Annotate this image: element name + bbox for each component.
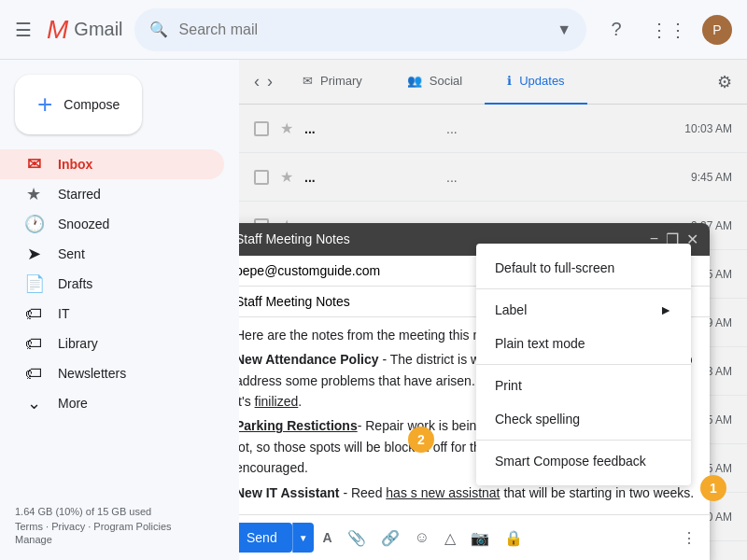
badge-2: 2 [408,427,434,453]
lock-icon[interactable]: 🔒 [499,525,529,551]
sidebar-item-sent[interactable]: ➤ Sent [0,239,224,269]
sidebar-item-library-label: Library [58,336,98,351]
link-icon[interactable]: 🔗 [375,525,405,551]
label-icon-it: 🏷 [24,304,43,324]
apps-button[interactable]: ⋮⋮ [650,11,687,49]
program-policies-link[interactable]: Program Policies [93,521,171,532]
sidebar-item-starred-label: Starred [58,187,101,202]
star-icon: ★ [24,184,43,204]
compose-p3-text: - Reed [340,485,387,500]
sidebar-item-more-label: More [58,396,88,411]
send-icon: ➤ [24,244,43,264]
search-input[interactable] [179,21,546,38]
sidebar-item-drafts[interactable]: 📄 Drafts [0,269,224,299]
menu-item-full-screen[interactable]: Default to full-screen [476,251,691,285]
compose-toolbar: Send ▼ A 📎 🔗 ☺ △ 📷 🔒 ⋮ [239,514,710,560]
storage-info: 1.64 GB (10%) of 15 GB used [15,506,209,517]
sidebar-item-inbox[interactable]: ✉ Inbox [0,149,224,179]
menu-item-full-screen-label: Default to full-screen [495,260,614,275]
attach-icon[interactable]: 📎 [342,525,372,551]
toolbar-right: ⋮ [676,529,702,547]
more-options-icon[interactable]: ⋮ [676,526,702,550]
sidebar-item-sent-label: Sent [58,246,85,261]
sidebar-item-newsletters[interactable]: 🏷 Newsletters [0,358,224,388]
compose-plus-icon: + [37,90,52,119]
compose-p1-end: . [298,394,302,409]
compose-label: Compose [63,97,120,112]
send-button[interactable]: Send [239,523,292,553]
label-icon-library: 🏷 [24,334,43,354]
sidebar-item-more[interactable]: ⌄ More [0,388,224,418]
compose-window: Staff Meeting Notes − ❐ ✕ Here are the n… [239,223,710,560]
menu-divider [476,288,691,289]
avatar[interactable]: P [702,15,732,45]
sidebar-item-snoozed[interactable]: 🕐 Snoozed [0,209,224,239]
top-bar: ☰ M Gmail 🔍 ▼ ? ⋮⋮ P [0,0,747,60]
search-icon: 🔍 [149,21,168,38]
sidebar-item-starred[interactable]: ★ Starred [0,179,224,209]
help-button[interactable]: ? [598,11,635,49]
sidebar-item-snoozed-label: Snoozed [58,217,109,231]
draft-icon: 📄 [24,273,43,294]
chevron-down-icon: ⌄ [24,393,43,413]
privacy-link[interactable]: Privacy [51,521,85,532]
compose-p3-label: New IT Assistant [239,485,340,500]
compose-p1-underline: finilized [255,394,299,409]
badge-1: 1 [700,475,726,501]
sidebar: + Compose ✉ Inbox ★ Starred 🕐 Snoozed ➤ … [0,60,239,560]
badge-2-number: 2 [417,432,425,447]
compose-p3-underline: has s new assistnat [386,485,500,500]
menu-item-print[interactable]: Print [476,369,691,402]
menu-divider [476,440,691,441]
gmail-logo-text: Gmail [74,19,122,40]
menu-item-print-label: Print [495,378,522,393]
main-layout: + Compose ✉ Inbox ★ Starred 🕐 Snoozed ➤ … [0,60,747,560]
submenu-arrow-icon: ► [659,302,672,317]
gmail-logo-m: M [47,15,68,45]
sidebar-item-drafts-label: Drafts [58,276,92,291]
compose-button[interactable]: + Compose [15,75,142,134]
menu-item-check-spelling[interactable]: Check spelling [476,402,691,436]
menu-item-plain-text-label: Plain text mode [495,336,585,351]
formatting-icon[interactable]: A [317,526,338,549]
content: ‹ › ✉ Primary 👥 Social ℹ Updates ⚙ [239,60,747,560]
sidebar-item-inbox-label: Inbox [58,157,92,172]
menu-item-label[interactable]: Label ► [476,293,691,327]
emoji-icon[interactable]: ☺ [409,525,435,550]
search-dropdown-icon[interactable]: ▼ [557,21,571,38]
top-bar-right: ? ⋮⋮ P [598,11,732,49]
photo-icon[interactable]: 📷 [465,525,495,551]
sidebar-item-newsletters-label: Newsletters [58,366,126,381]
clock-icon: 🕐 [24,214,43,234]
sidebar-item-library[interactable]: 🏷 Library [0,329,224,358]
compose-p2-label: Parking Restictions [239,418,358,433]
menu-item-label-text: Label [495,302,527,317]
context-menu: Default to full-screen Label ► Plain tex… [476,244,691,485]
badge-1-number: 1 [710,481,717,496]
compose-p3-end: that will be starting in two weeks. [500,485,695,500]
manage-link[interactable]: Manage [15,534,209,545]
footer-links: Terms · Privacy · Program Policies [15,521,209,532]
menu-item-plain-text[interactable]: Plain text mode [476,327,691,360]
drive-icon[interactable]: △ [439,525,461,551]
search-bar[interactable]: 🔍 ▼ [134,8,586,51]
sidebar-item-it-label: IT [58,306,69,321]
send-dropdown-button[interactable]: ▼ [292,523,314,553]
inbox-icon: ✉ [24,154,43,175]
gmail-logo: M Gmail [47,15,123,45]
menu-icon[interactable]: ☰ [15,19,32,41]
menu-divider [476,364,691,365]
menu-item-smart-compose-label: Smart Compose feedback [495,454,646,469]
menu-item-check-spelling-label: Check spelling [495,412,580,427]
label-icon-newsletters: 🏷 [24,364,43,384]
sidebar-item-it[interactable]: 🏷 IT [0,299,224,329]
terms-link[interactable]: Terms [15,521,43,532]
menu-item-smart-compose[interactable]: Smart Compose feedback [476,444,691,478]
compose-p1-label: New Attendance Policy [239,352,379,367]
send-group: Send ▼ [239,523,314,553]
